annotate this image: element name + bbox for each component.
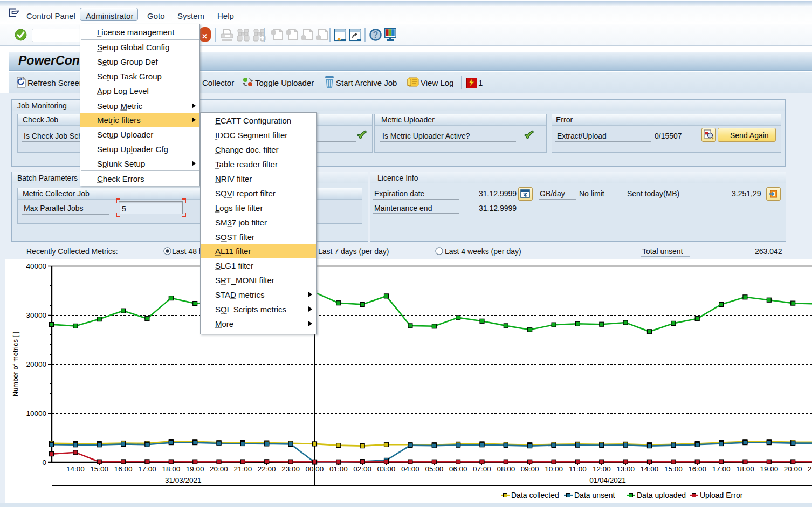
svg-text:19:00: 19:00 — [760, 465, 778, 473]
svg-text:15:00: 15:00 — [664, 465, 683, 473]
svg-text:31/03/2021: 31/03/2021 — [165, 476, 202, 484]
svg-text:?: ? — [373, 30, 379, 39]
svg-text:13:00: 13:00 — [616, 465, 635, 473]
svg-text:09:00: 09:00 — [521, 465, 539, 473]
svg-text:20:00: 20:00 — [784, 465, 802, 473]
svg-text:11:00: 11:00 — [569, 465, 587, 473]
svg-text:23:00: 23:00 — [281, 465, 300, 473]
svg-text:03:00: 03:00 — [377, 465, 396, 473]
svg-text:Data unsent: Data unsent — [574, 491, 615, 499]
svg-text:17:00: 17:00 — [138, 465, 156, 473]
svg-text:04:00: 04:00 — [401, 465, 419, 473]
svg-text:16:00: 16:00 — [688, 465, 706, 473]
svg-text:14:00: 14:00 — [641, 465, 659, 473]
svg-text:30000: 30000 — [26, 311, 46, 319]
svg-text:16:00: 16:00 — [114, 465, 133, 473]
svg-text:14:00: 14:00 — [66, 465, 85, 473]
svg-text:12:00: 12:00 — [593, 465, 611, 473]
svg-text:06:00: 06:00 — [449, 465, 467, 473]
svg-text:Number of metrics [ ]: Number of metrics [ ] — [11, 332, 19, 397]
svg-text:Data collected: Data collected — [511, 491, 559, 499]
svg-text:0: 0 — [42, 458, 46, 467]
svg-text:01:00: 01:00 — [329, 465, 348, 473]
svg-text:05:00: 05:00 — [425, 465, 443, 473]
svg-text:Data uploaded: Data uploaded — [637, 491, 686, 499]
svg-text:08:00: 08:00 — [497, 465, 515, 473]
svg-text:18:00: 18:00 — [736, 465, 754, 473]
svg-text:21:00: 21:00 — [234, 465, 252, 473]
svg-text:21:00: 21:00 — [808, 465, 812, 473]
svg-text:Upload Error: Upload Error — [700, 491, 743, 499]
svg-text:01/04/2021: 01/04/2021 — [589, 476, 626, 484]
svg-text:18:00: 18:00 — [162, 465, 180, 473]
svg-text:20:00: 20:00 — [210, 465, 228, 473]
svg-text:40000: 40000 — [26, 262, 46, 270]
svg-text:10000: 10000 — [26, 409, 46, 417]
svg-text:22:00: 22:00 — [258, 465, 276, 473]
svg-text:17:00: 17:00 — [712, 465, 731, 473]
svg-text:02:00: 02:00 — [353, 465, 371, 473]
svg-text:07:00: 07:00 — [473, 465, 491, 473]
svg-text:20000: 20000 — [26, 360, 46, 368]
svg-text:19:00: 19:00 — [186, 465, 204, 473]
svg-text:15:00: 15:00 — [90, 465, 108, 473]
svg-text:10:00: 10:00 — [545, 465, 563, 473]
